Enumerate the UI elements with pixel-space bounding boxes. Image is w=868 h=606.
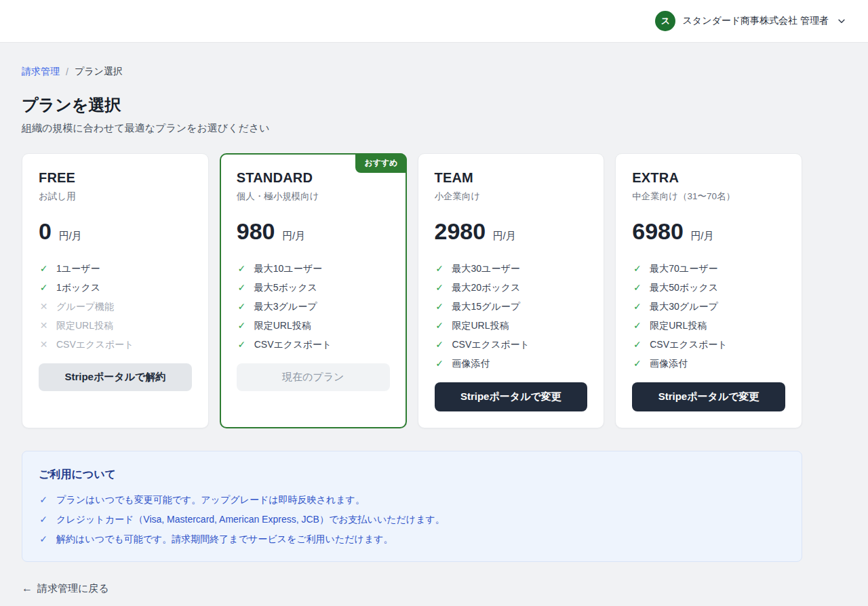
price-amount: 0	[39, 218, 52, 244]
plan-name: FREE	[39, 170, 192, 186]
check-icon: ✓	[237, 319, 247, 332]
check-icon: ✓	[632, 262, 642, 275]
feature-item: ✕ 限定URL投稿	[39, 319, 192, 332]
check-icon: ✓	[237, 281, 247, 294]
feature-label: 最大15グループ	[452, 300, 521, 313]
check-icon: ✓	[237, 300, 247, 313]
info-item-list: ✓ プランはいつでも変更可能です。アップグレードは即時反映されます。 ✓ クレジ…	[39, 493, 785, 545]
change-via-stripe-button[interactable]: Stripeポータルで変更	[632, 382, 785, 411]
feature-item: ✓ 画像添付	[435, 357, 588, 370]
feature-label: 限定URL投稿	[650, 319, 707, 332]
feature-list: ✓ 最大30ユーザー ✓ 最大20ボックス ✓ 最大15グループ ✓ 限定URL…	[435, 262, 588, 370]
feature-label: 最大50ボックス	[650, 281, 718, 294]
check-icon: ✓	[435, 262, 445, 275]
feature-label: 限定URL投稿	[56, 319, 113, 332]
price-unit: 円/月	[282, 230, 305, 241]
arrow-left-icon: ←	[22, 583, 33, 594]
price-unit: 円/月	[493, 230, 516, 241]
top-bar: ス スタンダード商事株式会社 管理者	[0, 0, 868, 43]
feature-item: ✓ 1ボックス	[39, 281, 192, 294]
feature-item: ✕ CSVエクスポート	[39, 338, 192, 351]
check-icon: ✓	[237, 262, 247, 275]
change-via-stripe-button[interactable]: Stripeポータルで変更	[435, 382, 588, 411]
check-icon: ✓	[39, 533, 48, 545]
check-icon: ✓	[435, 300, 445, 313]
feature-label: CSVエクスポート	[650, 338, 727, 351]
plan-card-standard: おすすめ STANDARD 個人・極小規模向け 980 円/月 ✓ 最大10ユー…	[220, 153, 407, 428]
price-amount: 2980	[435, 218, 486, 244]
breadcrumb-current: プラン選択	[75, 66, 123, 78]
current-plan-button[interactable]: 現在のプラン	[237, 363, 390, 391]
plan-name: TEAM	[435, 170, 588, 186]
feature-label: CSVエクスポート	[254, 338, 332, 351]
info-item: ✓ 解約はいつでも可能です。請求期間終了までサービスをご利用いただけます。	[39, 533, 785, 545]
usage-info-box: ご利用について ✓ プランはいつでも変更可能です。アップグレードは即時反映されま…	[22, 451, 802, 562]
feature-item: ✓ 最大30グループ	[632, 300, 785, 313]
plan-price: 2980 円/月	[435, 217, 588, 246]
feature-label: 1ユーザー	[56, 262, 100, 275]
check-icon: ✓	[632, 300, 642, 313]
feature-item: ✓ CSVエクスポート	[632, 338, 785, 351]
account-menu[interactable]: ス スタンダード商事株式会社 管理者	[655, 11, 846, 31]
check-icon: ✓	[39, 493, 48, 506]
price-amount: 980	[237, 218, 275, 244]
cancel-via-stripe-button[interactable]: Stripeポータルで解約	[39, 363, 192, 391]
x-icon: ✕	[39, 319, 49, 332]
plan-description: 小企業向け	[435, 190, 588, 203]
feature-label: 画像添付	[452, 357, 490, 370]
account-name: スタンダード商事株式会社 管理者	[682, 15, 829, 27]
feature-label: 最大30グループ	[650, 300, 718, 313]
feature-item: ✓ 限定URL投稿	[237, 319, 390, 332]
feature-label: グループ機能	[56, 300, 114, 313]
back-link-label: 請求管理に戻る	[37, 582, 109, 595]
plan-name: EXTRA	[632, 170, 785, 186]
feature-label: 最大70ユーザー	[650, 262, 717, 275]
feature-label: 最大10ユーザー	[254, 262, 322, 275]
page-title: プランを選択	[22, 94, 802, 116]
check-icon: ✓	[632, 338, 642, 351]
price-unit: 円/月	[690, 230, 713, 241]
plan-price: 0 円/月	[39, 217, 192, 246]
info-box-title: ご利用について	[39, 468, 785, 482]
plan-card-extra: EXTRA 中企業向け（31〜70名） 6980 円/月 ✓ 最大70ユーザー …	[615, 153, 802, 428]
feature-item: ✓ 画像添付	[632, 357, 785, 370]
check-icon: ✓	[435, 338, 445, 351]
feature-label: 最大20ボックス	[452, 281, 521, 294]
plan-description: 個人・極小規模向け	[237, 190, 390, 203]
page-subtitle: 組織の規模に合わせて最適なプランをお選びください	[22, 122, 802, 135]
feature-item: ✓ 限定URL投稿	[632, 319, 785, 332]
feature-item: ✓ CSVエクスポート	[237, 338, 390, 351]
feature-label: 限定URL投稿	[452, 319, 509, 332]
price-unit: 円/月	[58, 230, 81, 241]
feature-label: 画像添付	[650, 357, 688, 370]
breadcrumb: 請求管理 / プラン選択	[22, 66, 802, 78]
feature-item: ✓ 限定URL投稿	[435, 319, 588, 332]
feature-label: 最大30ユーザー	[452, 262, 520, 275]
feature-label: 最大3グループ	[254, 300, 317, 313]
info-item: ✓ クレジットカード（Visa, Mastercard, American Ex…	[39, 513, 785, 525]
info-item-text: プランはいつでも変更可能です。アップグレードは即時反映されます。	[56, 493, 365, 506]
back-to-billing-link[interactable]: ← 請求管理に戻る	[22, 582, 109, 595]
plan-price: 980 円/月	[237, 217, 390, 246]
info-item: ✓ プランはいつでも変更可能です。アップグレードは即時反映されます。	[39, 493, 785, 506]
breadcrumb-link-billing[interactable]: 請求管理	[22, 66, 60, 78]
avatar: ス	[655, 11, 675, 31]
plan-description: お試し用	[39, 190, 192, 203]
x-icon: ✕	[39, 300, 49, 313]
check-icon: ✓	[39, 262, 49, 275]
feature-label: CSVエクスポート	[452, 338, 530, 351]
check-icon: ✓	[435, 319, 445, 332]
breadcrumb-separator: /	[66, 66, 68, 77]
check-icon: ✓	[632, 319, 642, 332]
feature-item: ✓ 最大15グループ	[435, 300, 588, 313]
feature-item: ✓ 最大3グループ	[237, 300, 390, 313]
info-item-text: クレジットカード（Visa, Mastercard, American Expr…	[56, 513, 445, 525]
feature-label: CSVエクスポート	[56, 338, 134, 351]
check-icon: ✓	[435, 357, 445, 370]
check-icon: ✓	[39, 281, 49, 294]
chevron-down-icon	[837, 16, 846, 26]
plan-card-grid: FREE お試し用 0 円/月 ✓ 1ユーザー ✓ 1ボックス ✕ グループ機能	[22, 153, 802, 428]
x-icon: ✕	[39, 338, 49, 351]
check-icon: ✓	[435, 281, 445, 294]
info-item-text: 解約はいつでも可能です。請求期間終了までサービスをご利用いただけます。	[56, 533, 393, 545]
